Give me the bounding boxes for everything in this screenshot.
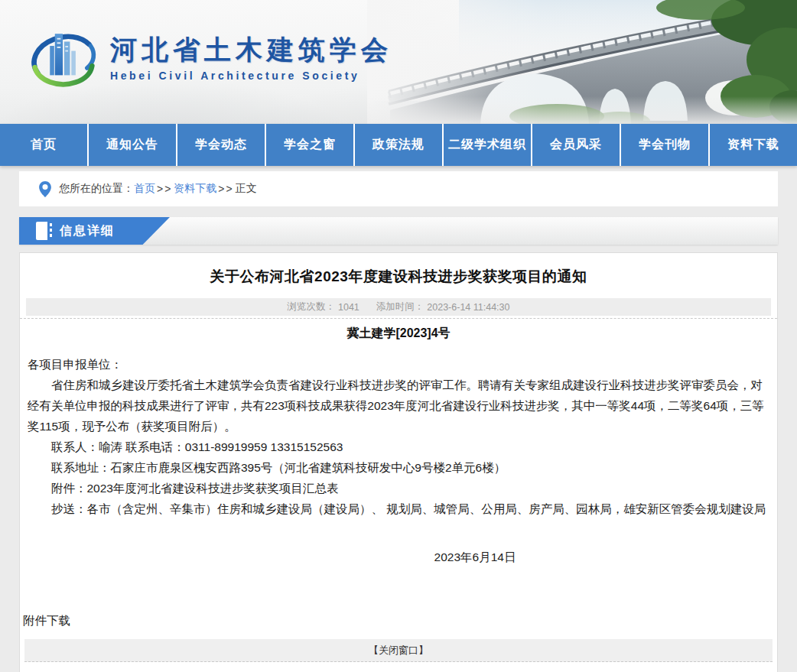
document-number: 冀土建学[2023]4号 [20, 326, 777, 342]
stone-arch-bridge-image [367, 0, 797, 124]
time-label: 添加时间： [376, 300, 425, 313]
org-name: 河北省土木建筑学会 Hebei Civil Architecture Socie… [110, 33, 392, 82]
site-header: 河北省土木建筑学会 Hebei Civil Architecture Socie… [0, 0, 797, 124]
breadcrumb-separator: >> [157, 183, 172, 195]
book-icon [36, 222, 47, 240]
article-meta: 浏览次数： 1041 添加时间： 2023-6-14 11:44:30 [26, 298, 771, 316]
breadcrumb-home-link[interactable]: 首页 [134, 182, 155, 196]
views-count: 1041 [338, 302, 359, 313]
cc-line: 抄送：各市（含定州、辛集市）住房和城乡建设局（建设局）、 规划局、城管局、公用局… [28, 498, 769, 519]
bridge-photo [367, 0, 797, 124]
dashed-divider [20, 318, 777, 319]
nav-item-society-window[interactable]: 学会之窗 [266, 124, 355, 166]
breadcrumb: 您所在的位置： 首页 >> 资料下载 >> 正文 [19, 171, 778, 206]
article-date: 2023年6月14日 [96, 550, 797, 566]
header-logo[interactable]: 河北省土木建筑学会 Hebei Civil Architecture Socie… [28, 24, 392, 90]
views-label: 浏览次数： [287, 300, 335, 313]
breadcrumb-section-link[interactable]: 资料下载 [174, 182, 216, 196]
salutation: 各项目申报单位： [28, 354, 769, 375]
attachment-line: 附件：2023年度河北省建设科技进步奖获奖项目汇总表 [28, 478, 769, 498]
section-banner-title: 信息详细 [60, 223, 115, 239]
main-nav: 首页 通知公告 学会动态 学会之窗 政策法规 二级学术组织 会员风采 学会刊物 … [0, 124, 797, 166]
nav-item-publications[interactable]: 学会刊物 [621, 124, 710, 166]
paragraph-main: 省住房和城乡建设厅委托省土木建筑学会负责省建设行业科技进步奖的评审工作。聘请有关… [28, 375, 769, 437]
location-pin-icon [39, 181, 51, 197]
breadcrumb-separator: >> [218, 183, 233, 195]
nav-item-notices[interactable]: 通知公告 [89, 124, 177, 166]
org-name-en: Hebei Civil Architecture Society [110, 70, 392, 82]
nav-item-academic-orgs[interactable]: 二级学术组织 [444, 124, 532, 166]
org-name-zh: 河北省土木建筑学会 [110, 33, 392, 67]
contact-line: 联系人：喻涛 联系电话：0311-89919959 13315152563 [28, 437, 769, 457]
address-line: 联系地址：石家庄市鹿泉区槐安西路395号（河北省建筑科技研发中心9号楼2单元6楼… [28, 457, 769, 478]
section-banner-tab: 信息详细 [19, 217, 170, 245]
attachments-heading: 附件下载 [20, 613, 777, 629]
publish-time: 2023-6-14 11:44:30 [427, 302, 509, 313]
nav-item-downloads[interactable]: 资料下载 [710, 124, 797, 166]
nav-item-home[interactable]: 首页 [0, 124, 89, 166]
society-logo-icon [28, 24, 99, 90]
breadcrumb-current: 正文 [236, 182, 257, 196]
nav-item-members[interactable]: 会员风采 [532, 124, 621, 166]
article-title: 关于公布河北省2023年度建设科技进步奖获奖项目的通知 [20, 267, 777, 287]
section-banner: 信息详细 [19, 217, 778, 245]
breadcrumb-label: 您所在的位置： [59, 182, 134, 196]
article-body: 各项目申报单位： 省住房和城乡建设厅委托省土木建筑学会负责省建设行业科技进步奖的… [20, 354, 777, 519]
close-window-button[interactable]: 【关闭窗口】 [24, 639, 773, 662]
nav-item-society-news[interactable]: 学会动态 [177, 124, 266, 166]
article-panel: 关于公布河北省2023年度建设科技进步奖获奖项目的通知 浏览次数： 1041 添… [19, 252, 778, 672]
nav-item-policies[interactable]: 政策法规 [355, 124, 444, 166]
